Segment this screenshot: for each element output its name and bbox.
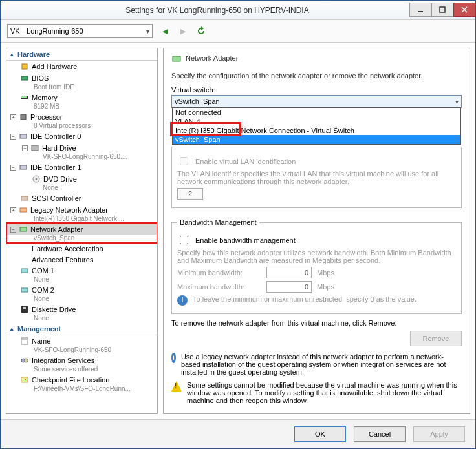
tree-ide1[interactable]: −IDE Controller 1 xyxy=(6,162,157,172)
cancel-button[interactable]: Cancel xyxy=(354,426,406,442)
bw-max-label: Maximum bandwidth: xyxy=(177,283,261,291)
svg-rect-13 xyxy=(20,165,27,169)
legacy-info-text: Use a legacy network adapter instead of … xyxy=(181,353,462,376)
expand-icon[interactable]: + xyxy=(22,145,28,151)
hardware-section-header[interactable]: ▴ Hardware xyxy=(6,48,157,61)
maximize-button[interactable] xyxy=(431,3,453,17)
management-section-header[interactable]: ▴ Management xyxy=(6,323,157,335)
virtual-switch-label: Virtual switch: xyxy=(171,86,462,94)
tree-checkpoint[interactable]: Checkpoint File Location xyxy=(6,375,157,385)
vm-selector-value: VK- -LongRunning-650 xyxy=(10,27,83,35)
com-port-icon xyxy=(20,266,29,275)
tree-network-adapter-highlight: −Network Adapter vSwitch_Span xyxy=(6,224,157,243)
collapse-icon: ▴ xyxy=(10,326,14,332)
virtual-switch-combo[interactable]: vSwitch_Span ▾ Not connected VLAN-4 Inte… xyxy=(171,95,462,108)
bw-max-input xyxy=(266,281,312,293)
com-port-icon xyxy=(20,286,29,295)
tree-bios[interactable]: BIOS xyxy=(6,73,157,83)
nav-back-button[interactable]: ◀ xyxy=(159,25,171,37)
bandwidth-fieldset: Bandwidth Management Enable bandwidth ma… xyxy=(171,218,462,314)
virtual-switch-value: vSwitch_Span xyxy=(175,98,220,105)
svg-rect-4 xyxy=(22,64,27,69)
warning-text: Some settings cannot be modified because… xyxy=(187,381,462,404)
bandwidth-description: Specify how this network adapter utilize… xyxy=(177,249,456,264)
hardware-tree[interactable]: ▴ Hardware Add Hardware BIOSBoot from ID… xyxy=(6,48,158,414)
tree-processor[interactable]: +Processor xyxy=(6,112,157,122)
minimize-button[interactable] xyxy=(409,3,431,17)
diskette-icon xyxy=(20,305,29,314)
svg-rect-18 xyxy=(20,227,27,231)
ok-button[interactable]: OK xyxy=(294,426,346,442)
svg-rect-23 xyxy=(21,338,28,344)
apply-button: Apply xyxy=(413,426,465,442)
nic-icon xyxy=(171,54,180,63)
chevron-down-icon: ▾ xyxy=(455,98,459,105)
svg-rect-5 xyxy=(21,76,28,80)
bandwidth-legend: Bandwidth Management xyxy=(177,218,259,226)
tree-dvd[interactable]: DVD Drive xyxy=(6,174,157,184)
nav-forward-button[interactable]: ▶ xyxy=(177,25,189,37)
svg-rect-20 xyxy=(21,288,28,292)
add-hardware-icon xyxy=(20,62,29,71)
expand-icon[interactable]: + xyxy=(10,114,16,120)
tree-integration[interactable]: Integration Services xyxy=(6,355,157,366)
checkpoint-icon xyxy=(20,375,29,384)
vs-option-vswitch-span[interactable]: vSwitch_Span xyxy=(173,135,460,144)
info-icon: i xyxy=(171,353,176,363)
processor-icon xyxy=(19,112,28,121)
svg-rect-19 xyxy=(21,269,28,273)
tree-scsi[interactable]: SCSI Controller xyxy=(6,193,157,204)
vlan-id-input xyxy=(177,188,203,200)
svg-rect-1 xyxy=(440,7,445,12)
chevron-down-icon: ▾ xyxy=(146,28,149,35)
svg-rect-9 xyxy=(25,96,27,98)
expand-icon[interactable]: + xyxy=(10,207,16,213)
toolbar: VK- -LongRunning-650 ▾ ◀ ▶ xyxy=(1,20,475,43)
bw-min-input xyxy=(266,267,312,278)
collapse-icon[interactable]: − xyxy=(10,165,16,171)
controller-icon xyxy=(19,163,28,172)
svg-point-15 xyxy=(36,178,38,180)
svg-rect-22 xyxy=(23,307,26,309)
vswitch-highlight xyxy=(170,122,241,136)
svg-rect-16 xyxy=(21,196,28,200)
close-button[interactable] xyxy=(453,3,475,17)
svg-rect-8 xyxy=(23,96,25,98)
dialog-buttons: OK Cancel Apply xyxy=(1,419,475,448)
tree-ide0[interactable]: −IDE Controller 0 xyxy=(6,131,157,141)
tree-com2[interactable]: COM 2 xyxy=(6,285,157,295)
svg-point-26 xyxy=(24,359,28,362)
remove-text: To remove the network adapter from this … xyxy=(171,319,462,327)
dvd-icon xyxy=(32,174,41,183)
name-icon xyxy=(20,337,29,346)
bw-min-label: Minimum bandwidth: xyxy=(177,269,261,277)
panel-title: Network Adapter xyxy=(171,54,462,63)
tree-legacy-network[interactable]: +Legacy Network Adapter xyxy=(6,205,157,215)
remove-button: Remove xyxy=(410,331,462,346)
tree-add-hardware[interactable]: Add Hardware xyxy=(6,61,157,72)
tree-memory[interactable]: Memory xyxy=(6,92,157,103)
tree-com1[interactable]: COM 1 xyxy=(6,266,157,276)
vlan-description: The VLAN identifier specifies the virtua… xyxy=(177,170,456,185)
tree-adv-features[interactable]: Advanced Features xyxy=(6,255,157,264)
tree-hard-drive[interactable]: +Hard Drive xyxy=(6,143,157,153)
tree-diskette[interactable]: Diskette Drive xyxy=(6,304,157,315)
bios-icon xyxy=(20,74,29,83)
tree-hw-accel[interactable]: Hardware Acceleration xyxy=(6,244,157,253)
nic-icon xyxy=(19,225,28,234)
collapse-icon[interactable]: − xyxy=(10,134,16,140)
hard-drive-icon xyxy=(30,143,39,152)
panel-description: Specify the configuration of the network… xyxy=(171,72,462,79)
vs-option-not-connected[interactable]: Not connected xyxy=(173,108,460,117)
bandwidth-enable-checkbox[interactable] xyxy=(180,236,188,244)
tree-name[interactable]: Name xyxy=(6,336,157,346)
collapse-icon: ▴ xyxy=(10,51,14,57)
svg-rect-11 xyxy=(20,134,27,138)
collapse-icon[interactable]: − xyxy=(10,227,16,233)
legacy-nic-icon xyxy=(19,205,28,214)
refresh-button[interactable] xyxy=(195,25,207,37)
tree-network-adapter[interactable]: −Network Adapter xyxy=(6,224,157,235)
network-adapter-panel: Network Adapter Specify the configuratio… xyxy=(163,48,470,414)
integration-icon xyxy=(20,356,29,365)
vm-selector[interactable]: VK- -LongRunning-650 ▾ xyxy=(7,24,153,38)
